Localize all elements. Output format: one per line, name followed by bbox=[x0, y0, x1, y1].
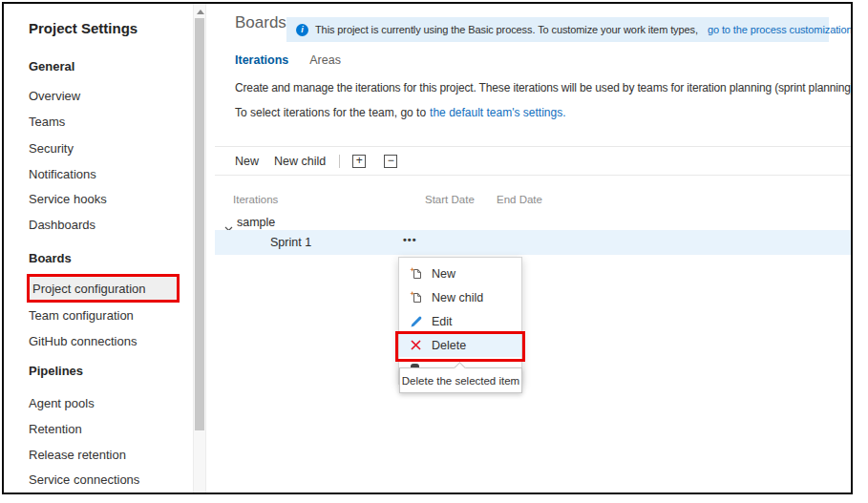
new-child-button[interactable]: New child bbox=[274, 155, 326, 168]
sidebar-item-teams[interactable]: Teams bbox=[29, 115, 65, 129]
row-more-button[interactable]: ••• bbox=[403, 234, 417, 245]
sidebar-scrollbar[interactable] bbox=[193, 4, 206, 493]
column-header-iterations: Iterations bbox=[233, 194, 278, 205]
process-info-banner: i This project is currently using the Ba… bbox=[286, 17, 829, 42]
sidebar-section-pipelines: Pipelines bbox=[29, 364, 83, 378]
info-icon: i bbox=[296, 24, 308, 36]
sidebar-item-dashboards[interactable]: Dashboards bbox=[29, 218, 95, 232]
new-item-icon bbox=[409, 290, 423, 304]
sidebar-item-team-configuration[interactable]: Team configuration bbox=[29, 308, 134, 323]
process-customization-link[interactable]: go to the process customization page. bbox=[708, 24, 851, 35]
delete-tooltip: Delete the selected item bbox=[399, 367, 522, 393]
expand-all-icon[interactable]: + bbox=[352, 155, 366, 168]
row-label: Sprint 1 bbox=[270, 236, 311, 249]
delete-x-icon bbox=[409, 338, 423, 352]
sidebar-item-notifications[interactable]: Notifications bbox=[29, 167, 96, 181]
iterations-table-header: Iterations Start Date End Date bbox=[215, 194, 851, 211]
sidebar-item-github-connections[interactable]: GitHub connections bbox=[29, 334, 137, 348]
default-team-settings-link[interactable]: the default team's settings. bbox=[430, 106, 565, 119]
tab-iterations[interactable]: Iterations bbox=[235, 53, 288, 67]
sidebar-item-agent-pools[interactable]: Agent pools bbox=[29, 396, 95, 410]
sidebar-item-project-configuration-label: Project configuration bbox=[32, 282, 146, 296]
table-row-sprint1-selected[interactable]: Sprint 1 ••• bbox=[215, 230, 851, 255]
column-header-start-date: Start Date bbox=[425, 194, 475, 205]
sidebar-item-overview[interactable]: Overview bbox=[29, 89, 80, 103]
team-settings-text: To select iterations for the team, go to bbox=[235, 106, 426, 119]
menu-item-label: Edit bbox=[432, 315, 453, 328]
collapse-all-icon[interactable]: − bbox=[384, 155, 397, 168]
menu-item-label: New child bbox=[432, 291, 483, 304]
menu-item-new-child[interactable]: New child bbox=[399, 285, 521, 309]
menu-item-new[interactable]: New bbox=[399, 262, 521, 285]
menu-item-label: Delete bbox=[432, 339, 466, 352]
sidebar-section-boards: Boards bbox=[29, 251, 72, 265]
sidebar-item-service-hooks[interactable]: Service hooks bbox=[29, 192, 107, 206]
project-settings-sidebar: Project Settings General Overview Teams … bbox=[4, 4, 193, 493]
iterations-description: Create and manage the iterations for thi… bbox=[235, 81, 851, 94]
toolbar-separator bbox=[339, 155, 340, 168]
sidebar-item-retention[interactable]: Retention bbox=[29, 422, 82, 436]
tooltip-text: Delete the selected item bbox=[402, 375, 519, 387]
banner-text: This project is currently using the Basi… bbox=[315, 24, 698, 35]
sidebar-item-security[interactable]: Security bbox=[29, 141, 74, 156]
menu-item-edit[interactable]: Edit bbox=[399, 309, 521, 333]
edit-pencil-icon bbox=[409, 314, 423, 328]
menu-item-label: New bbox=[432, 267, 455, 281]
page-title: Boards bbox=[235, 13, 286, 32]
boards-tabs: Iterations Areas bbox=[235, 53, 341, 67]
menu-item-delete[interactable]: Delete bbox=[399, 333, 521, 357]
new-item-icon bbox=[409, 266, 423, 281]
sidebar-item-service-connections[interactable]: Service connections bbox=[29, 472, 139, 487]
sidebar-title: Project Settings bbox=[29, 20, 138, 36]
sidebar-item-project-configuration-annotated[interactable]: Project configuration bbox=[27, 274, 180, 303]
sidebar-section-general: General bbox=[29, 59, 74, 73]
app-window: Project Settings General Overview Teams … bbox=[2, 2, 853, 494]
tab-areas[interactable]: Areas bbox=[309, 53, 341, 67]
new-button[interactable]: New bbox=[235, 155, 259, 168]
sidebar-item-release-retention[interactable]: Release retention bbox=[29, 448, 126, 462]
column-header-end-date: End Date bbox=[497, 194, 542, 205]
iterations-toolbar: New New child + − bbox=[215, 146, 851, 176]
description-text: Create and manage the iterations for thi… bbox=[235, 81, 851, 94]
scrollbar-thumb[interactable] bbox=[195, 18, 204, 430]
scrollbar-up-arrow-icon[interactable] bbox=[197, 10, 204, 14]
team-settings-line: To select iterations for the team, go to… bbox=[235, 106, 565, 119]
main-content: Boards i This project is currently using… bbox=[215, 4, 851, 493]
row-label: sample bbox=[237, 216, 275, 229]
